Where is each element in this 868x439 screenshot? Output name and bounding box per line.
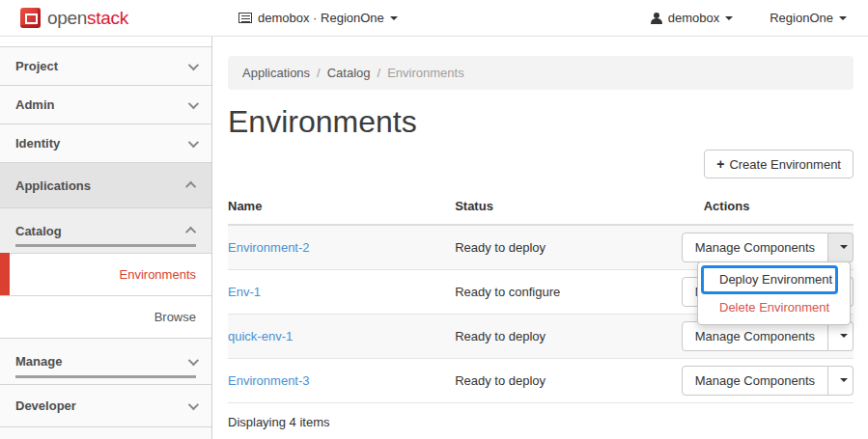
breadcrumb-applications[interactable]: Applications	[242, 66, 310, 80]
region-menu-label: RegionOne	[770, 11, 833, 25]
menu-item-delete-environment[interactable]: Delete Environment	[698, 294, 850, 318]
row-actions-dropdown-toggle[interactable]	[828, 321, 854, 351]
sidebar-item-label: Manage	[15, 354, 62, 369]
sidebar-item-catalog[interactable]: Catalog	[0, 207, 211, 253]
sidebar-item-label: Catalog	[15, 224, 62, 238]
topbar-right: demobox RegionOne	[651, 11, 868, 25]
environment-link[interactable]: Environment-2	[228, 240, 310, 255]
status-cell: Ready to configure	[455, 269, 682, 314]
chevron-down-icon	[188, 59, 199, 69]
main-content: Applications / Catalog / Environments En…	[213, 37, 868, 439]
openstack-wordmark: openstack	[47, 8, 128, 29]
status-cell: Ready to deploy	[455, 225, 682, 269]
projects-list-icon	[238, 13, 252, 23]
column-header-status: Status	[455, 190, 682, 225]
breadcrumb-separator: /	[378, 66, 381, 80]
user-menu[interactable]: demobox	[651, 11, 733, 25]
openstack-cube-icon	[20, 8, 41, 28]
table-header-row: Name Status Actions	[228, 190, 854, 225]
chevron-down-icon	[188, 136, 199, 147]
sidebar-item-manage[interactable]: Manage	[0, 338, 211, 384]
logo-stack-text: stack	[87, 8, 128, 28]
chevron-down-icon	[839, 16, 847, 20]
create-environment-button[interactable]: + Create Environment	[704, 150, 854, 178]
manage-components-button[interactable]: Manage Components	[682, 366, 828, 396]
sidebar-spacer	[0, 37, 211, 46]
breadcrumb-catalog[interactable]: Catalog	[327, 66, 371, 80]
top-header: openstack demobox · RegionOne demobox Re…	[0, 0, 868, 37]
manage-components-button[interactable]: Manage Components	[682, 233, 828, 262]
sidebar: Project Admin Identity Applications Cata…	[0, 37, 212, 439]
row-actions-dropdown-toggle[interactable]	[828, 233, 854, 262]
chevron-down-icon	[188, 354, 199, 365]
sidebar-item-label: Environments	[120, 267, 196, 282]
page-title: Environments	[228, 104, 854, 140]
user-icon	[651, 13, 662, 24]
table-row: Environment-3 Ready to deploy Manage Com…	[228, 358, 854, 402]
table-footer-count: Displaying 4 items	[228, 403, 854, 439]
openstack-logo[interactable]: openstack	[0, 8, 212, 29]
chevron-up-icon	[185, 227, 196, 237]
environment-link[interactable]: Env-1	[228, 285, 261, 299]
sidebar-item-label: Applications	[15, 178, 91, 193]
sidebar-item-label: Project	[15, 59, 58, 73]
table-actions-bar: + Create Environment	[228, 140, 854, 190]
sidebar-item-label: Developer	[15, 398, 76, 413]
sidebar-item-admin[interactable]: Admin	[0, 85, 211, 123]
user-menu-label: demobox	[668, 11, 719, 25]
caret-down-icon	[840, 334, 848, 338]
region-menu[interactable]: RegionOne	[770, 11, 847, 25]
chevron-up-icon	[185, 181, 196, 192]
status-cell: Ready to deploy	[455, 314, 682, 358]
environment-link[interactable]: quick-env-1	[228, 329, 293, 343]
sidebar-item-project[interactable]: Project	[0, 46, 211, 85]
logo-open-text: open	[47, 8, 87, 28]
row-actions-group: Manage Components	[682, 366, 854, 396]
project-region-switcher[interactable]: demobox · RegionOne	[238, 11, 398, 25]
breadcrumb: Applications / Catalog / Environments	[228, 56, 854, 90]
sidebar-item-environments[interactable]: Environments	[0, 253, 211, 295]
manage-components-button[interactable]: Manage Components	[682, 321, 828, 351]
environment-link[interactable]: Environment-3	[228, 373, 310, 388]
sidebar-item-applications[interactable]: Applications	[0, 162, 211, 207]
chevron-down-icon	[390, 16, 398, 20]
active-indicator-bar	[0, 253, 10, 295]
caret-down-icon	[840, 378, 848, 382]
status-cell: Ready to deploy	[455, 358, 682, 402]
row-actions-group: Manage Components	[682, 233, 854, 262]
column-header-actions: Actions	[682, 190, 854, 225]
chevron-down-icon	[188, 97, 199, 108]
create-environment-label: Create Environment	[729, 157, 841, 172]
chevron-down-icon	[188, 398, 199, 409]
sidebar-item-label: Identity	[15, 136, 60, 151]
breadcrumb-environments: Environments	[387, 66, 463, 80]
project-region-label: demobox · RegionOne	[258, 11, 384, 25]
menu-item-deploy-environment[interactable]: Deploy Environment	[701, 265, 838, 294]
row-actions-dropdown-toggle[interactable]	[828, 366, 854, 396]
sidebar-item-browse[interactable]: Browse	[0, 295, 211, 338]
sidebar-item-partial	[0, 426, 211, 439]
chevron-down-icon	[725, 16, 733, 20]
row-actions-group: Manage Components	[682, 321, 854, 351]
plus-icon: +	[716, 156, 724, 172]
column-header-name: Name	[228, 190, 455, 225]
row-actions-dropdown-menu: Deploy Environment Delete Environment	[697, 261, 851, 325]
sidebar-item-label: Admin	[15, 97, 54, 112]
sidebar-item-label: Browse	[154, 310, 196, 324]
sidebar-item-developer[interactable]: Developer	[0, 384, 211, 426]
sidebar-item-identity[interactable]: Identity	[0, 123, 211, 162]
caret-down-icon	[840, 245, 848, 249]
breadcrumb-separator: /	[317, 66, 321, 80]
